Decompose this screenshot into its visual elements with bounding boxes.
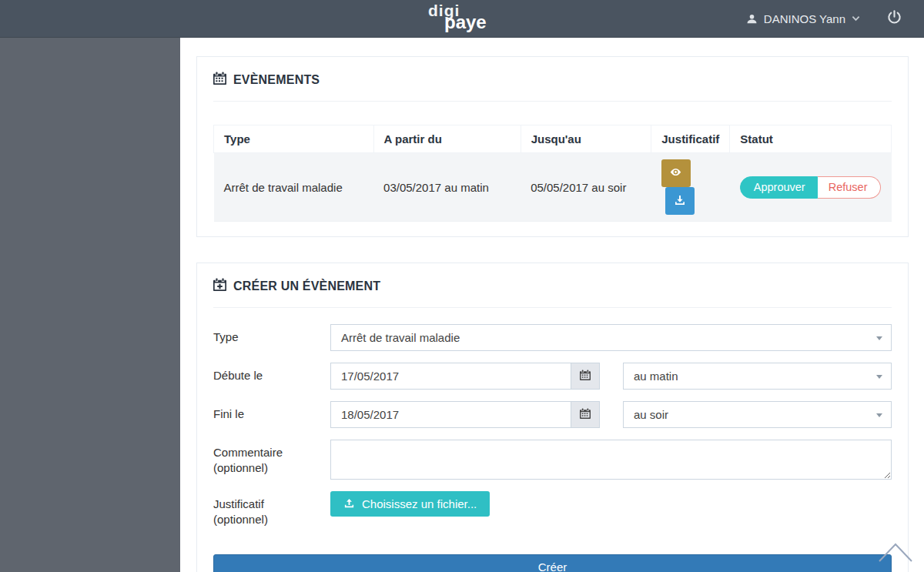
events-card: EVÈNEMENTS Type A partir du Jusqu'au Jus… (196, 56, 909, 237)
start-label: Débute le (213, 363, 330, 390)
logo-text-paye: paye (444, 12, 487, 33)
end-date-input[interactable] (330, 401, 571, 428)
events-table-header-row: Type A partir du Jusqu'au Justificatif S… (214, 125, 892, 153)
choose-file-button[interactable]: Choisissez un fichier... (330, 491, 490, 517)
comment-label: Commentaire (optionnel) (213, 440, 330, 480)
cell-justificatif (651, 153, 730, 222)
view-justificatif-button[interactable] (661, 159, 691, 187)
form-row-start: Débute le (213, 363, 892, 390)
table-row: Arrêt de travail maladie 03/05/2017 au m… (214, 153, 892, 222)
scroll-to-top-button[interactable] (878, 541, 913, 566)
file-label: Justificatif (optionnel) (213, 491, 330, 527)
top-bar: digi paye DANINOS Yann (0, 0, 924, 38)
type-label: Type (213, 324, 330, 351)
end-period-value: au soir (634, 408, 668, 421)
upload-icon (343, 497, 355, 511)
refuse-button[interactable]: Refuser (818, 176, 882, 199)
column-header-to: Jusqu'au (521, 125, 651, 153)
approve-button[interactable]: Approuver (740, 176, 818, 199)
comment-textarea[interactable] (330, 440, 892, 480)
column-header-type: Type (214, 125, 374, 153)
user-icon (746, 13, 758, 25)
download-justificatif-button[interactable] (665, 187, 695, 215)
start-date-input[interactable] (330, 363, 571, 390)
user-menu[interactable]: DANINOS Yann (746, 12, 860, 25)
choose-file-label: Choisissez un fichier... (362, 497, 477, 510)
chevron-down-icon (852, 15, 860, 22)
type-select-value: Arrêt de travail maladie (341, 331, 460, 344)
form-row-submit: Créer (213, 554, 892, 572)
column-header-statut: Statut (730, 125, 892, 153)
events-card-title: EVÈNEMENTS (213, 72, 892, 88)
end-date-calendar-addon[interactable] (571, 401, 600, 428)
divider (213, 307, 892, 308)
start-date-calendar-addon[interactable] (571, 363, 600, 390)
start-period-value: au matin (634, 370, 678, 383)
end-period-select[interactable]: au soir (623, 401, 892, 428)
form-row-end: Fini le (213, 401, 892, 428)
divider (213, 101, 892, 102)
calendar-plus-icon (213, 278, 226, 294)
calendar-icon (580, 408, 591, 422)
cell-event-from: 03/05/2017 au matin (373, 153, 521, 222)
chevron-down-icon (876, 375, 882, 379)
start-date-group (330, 363, 600, 390)
end-label: Fini le (213, 401, 330, 428)
create-button[interactable]: Créer (213, 554, 892, 572)
create-card-title: CRÉER UN ÉVÈNEMENT (213, 278, 892, 294)
events-card-title-text: EVÈNEMENTS (233, 73, 320, 87)
form-row-type: Type Arrêt de travail maladie (213, 324, 892, 351)
calendar-icon (580, 370, 591, 383)
events-table: Type A partir du Jusqu'au Justificatif S… (213, 125, 892, 222)
end-date-group (330, 401, 600, 428)
calendar-icon (213, 72, 226, 88)
sidebar (0, 38, 180, 572)
create-card-title-text: CRÉER UN ÉVÈNEMENT (233, 279, 380, 293)
download-icon (674, 194, 686, 209)
eye-icon (669, 166, 682, 181)
main-content: EVÈNEMENTS Type A partir du Jusqu'au Jus… (180, 38, 924, 572)
chevron-down-icon (876, 336, 882, 340)
power-icon (886, 9, 902, 28)
form-row-comment: Commentaire (optionnel) (213, 440, 892, 480)
app-logo: digi paye (408, 2, 516, 37)
chevron-down-icon (876, 413, 882, 417)
column-header-justificatif: Justificatif (651, 125, 730, 153)
start-period-select[interactable]: au matin (623, 363, 892, 390)
type-select[interactable]: Arrêt de travail maladie (330, 324, 892, 351)
cell-statut: Approuver Refuser (730, 153, 892, 222)
logout-power-button[interactable] (886, 9, 902, 28)
status-button-group: Approuver Refuser (740, 176, 882, 199)
create-event-card: CRÉER UN ÉVÈNEMENT Type Arrêt de travail… (196, 263, 909, 572)
create-event-form: Type Arrêt de travail maladie Débute le (213, 324, 892, 572)
cell-event-type: Arrêt de travail maladie (214, 153, 374, 222)
cell-event-to: 05/05/2017 au soir (521, 153, 651, 222)
form-row-file: Justificatif (optionnel) Choisissez un f… (213, 491, 892, 527)
user-name: DANINOS Yann (764, 12, 845, 25)
chevron-up-icon (878, 552, 913, 565)
column-header-from: A partir du (373, 125, 521, 153)
